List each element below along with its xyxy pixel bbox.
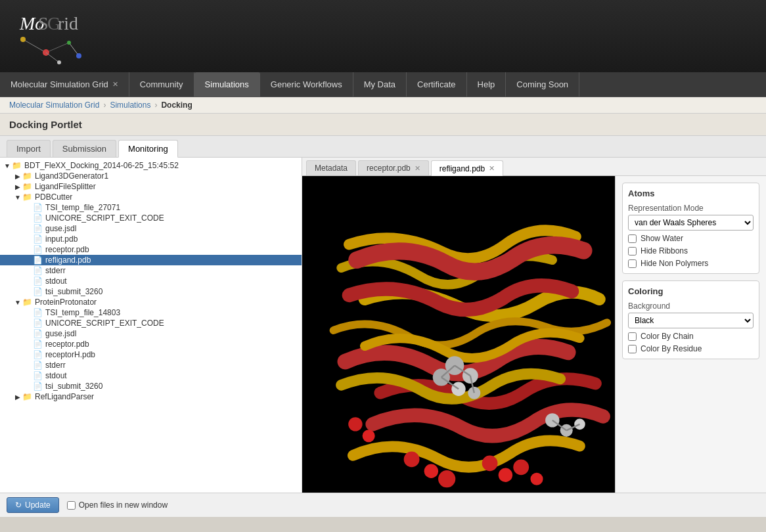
coloring-section-title: Coloring: [628, 286, 754, 296]
breadcrumb-link-simulations[interactable]: Simulations: [110, 100, 150, 110]
tree-item-refligandparser[interactable]: ▶📁RefLigandParser: [0, 391, 302, 402]
top-nav: Mo S G rid: [0, 0, 766, 72]
svg-point-35: [348, 417, 362, 431]
molecule-viewer-area: Atoms Representation Mode van der Waals …: [302, 176, 766, 493]
file-tree-panel: ▼📁BDT_FleXX_Docking_2014-06-25_15:45:52▶…: [0, 158, 302, 493]
menu-help[interactable]: Help: [467, 72, 507, 97]
expand-icon-pdbcutter[interactable]: ▼: [13, 194, 22, 201]
tree-label-receptor-pdb1: receptor.pdb: [45, 245, 89, 254]
tree-label-stdout2: stdout: [45, 371, 67, 380]
tree-label-pdbcutter: PDBCutter: [35, 192, 72, 202]
hide-ribbons-checkbox[interactable]: [628, 247, 637, 255]
tree-label-input-pdb: input.pdb: [45, 234, 78, 244]
tree-item-bdi-header[interactable]: ▼📁BDT_FleXX_Docking_2014-06-25_15:45:52: [0, 160, 302, 171]
viewer-tab-metadata[interactable]: Metadata: [306, 160, 356, 175]
main-content: Import Submission Monitoring ▼📁BDT_FleXX…: [0, 136, 766, 517]
menu-close-icon[interactable]: ✕: [112, 80, 118, 89]
file-icon: 📄: [33, 319, 43, 328]
tree-item-receptor-pdb1[interactable]: 📄receptor.pdb: [0, 244, 302, 255]
tree-label-stdout1: stdout: [45, 277, 67, 286]
tree-label-receptorh-pdb: receptorH.pdb: [45, 350, 95, 359]
svg-line-11: [46, 53, 59, 62]
file-icon: 📄: [33, 203, 43, 212]
tree-item-stdout2[interactable]: 📄stdout: [0, 370, 302, 381]
tree-item-receptor-pdb2[interactable]: 📄receptor.pdb: [0, 339, 302, 349]
hide-ribbons-label: Hide Ribbons: [641, 246, 688, 255]
show-water-checkbox[interactable]: [628, 234, 637, 243]
color-by-residue-checkbox[interactable]: [628, 345, 637, 353]
viewer-tab-refligand[interactable]: refligand.pdb ✕: [431, 160, 503, 176]
tabs: Import Submission Monitoring: [0, 136, 766, 158]
tree-item-tsi-submit2[interactable]: 📄tsi_submit_3260: [0, 381, 302, 391]
menu-generic-workflows[interactable]: Generic Workflows: [260, 72, 353, 97]
tree-item-tsi-temp1[interactable]: 📄TSI_temp_file_27071: [0, 202, 302, 213]
properties-panel: Atoms Representation Mode van der Waals …: [615, 176, 766, 493]
portlet-header: Docking Portlet: [0, 114, 766, 136]
expand-icon-ligand3d[interactable]: ▶: [13, 173, 22, 180]
color-by-chain-checkbox[interactable]: [628, 332, 637, 341]
breadcrumb-link-molecular[interactable]: Molecular Simulation Grid: [9, 100, 99, 110]
svg-point-23: [404, 452, 420, 468]
representation-select[interactable]: van der Waals Spheres Ball and Stick Wir…: [628, 215, 754, 231]
folder-icon: 📁: [22, 392, 32, 401]
menu-certificate[interactable]: Certificate: [407, 72, 467, 97]
expand-icon-refligandparser[interactable]: ▶: [13, 393, 22, 401]
portlet-title: Docking Portlet: [9, 119, 82, 130]
tree-item-unicore1[interactable]: 📄UNICORE_SCRIPT_EXIT_CODE: [0, 213, 302, 223]
tree-item-receptorh-pdb[interactable]: 📄receptorH.pdb: [0, 349, 302, 360]
tree-item-tsi-temp2[interactable]: 📄TSI_temp_file_14803: [0, 307, 302, 318]
tree-item-input-pdb[interactable]: 📄input.pdb: [0, 234, 302, 244]
file-icon: 📄: [33, 340, 43, 349]
tree-item-unicore2[interactable]: 📄UNICORE_SCRIPT_EXIT_CODE: [0, 318, 302, 328]
svg-point-29: [530, 473, 543, 485]
tree-item-pdbcutter[interactable]: ▼📁PDBCutter: [0, 192, 302, 202]
file-tree: ▼📁BDT_FleXX_Docking_2014-06-25_15:45:52▶…: [0, 160, 302, 402]
menu-molecular-sim[interactable]: Molecular Simulation Grid ✕: [0, 72, 129, 97]
hide-non-polymers-checkbox[interactable]: [628, 259, 637, 268]
tree-item-stderr1[interactable]: 📄stderr: [0, 265, 302, 276]
expand-icon-proteinprotonator[interactable]: ▼: [13, 299, 22, 306]
tab-import[interactable]: Import: [7, 140, 51, 157]
tree-item-refligand-pdb[interactable]: 📄refligand.pdb: [0, 255, 302, 265]
tree-item-stderr2[interactable]: 📄stderr: [0, 360, 302, 370]
tree-item-guse1[interactable]: 📄guse.jsdl: [0, 223, 302, 234]
tab-monitoring[interactable]: Monitoring: [118, 140, 178, 158]
menu-my-data[interactable]: My Data: [353, 72, 407, 97]
refligand-tab-close-icon[interactable]: ✕: [489, 164, 495, 173]
viewer-tab-receptor[interactable]: receptor.pdb ✕: [358, 160, 429, 175]
tree-item-proteinprotonator[interactable]: ▼📁ProteinProtonator: [0, 297, 302, 307]
file-icon: 📄: [33, 266, 43, 275]
breadcrumb: Molecular Simulation Grid › Simulations …: [0, 97, 766, 114]
svg-point-32: [574, 419, 585, 430]
menu-community[interactable]: Community: [129, 72, 194, 97]
open-files-label: Open files in new window: [67, 500, 168, 510]
svg-point-36: [363, 430, 375, 442]
tree-item-ligand3d[interactable]: ▶📁Ligand3DGenerator1: [0, 171, 302, 181]
receptor-tab-close-icon[interactable]: ✕: [415, 164, 420, 173]
menu-coming-soon[interactable]: Coming Soon: [506, 72, 579, 97]
background-select[interactable]: Black White Gray: [628, 313, 754, 328]
open-files-checkbox[interactable]: [67, 501, 76, 510]
tab-submission[interactable]: Submission: [53, 140, 116, 157]
menu-simulations[interactable]: Simulations: [194, 72, 260, 97]
logo-area: Mo S G rid: [0, 0, 105, 72]
tree-item-tsi-submit1[interactable]: 📄tsi_submit_3260: [0, 286, 302, 297]
svg-point-7: [20, 37, 26, 42]
bottom-bar: ↻ Update Open files in new window: [0, 493, 766, 517]
svg-point-10: [76, 53, 81, 58]
expand-icon-bdi-header[interactable]: ▼: [3, 162, 12, 169]
tree-item-guse2[interactable]: 📄guse.jsdl: [0, 328, 302, 339]
tree-item-stdout1[interactable]: 📄stdout: [0, 276, 302, 286]
atoms-section: Atoms Representation Mode van der Waals …: [622, 183, 759, 274]
expand-icon-ligandfile[interactable]: ▶: [13, 183, 22, 190]
update-button[interactable]: ↻ Update: [7, 497, 59, 513]
file-icon: 📄: [33, 382, 43, 391]
svg-line-5: [46, 43, 69, 53]
svg-point-9: [67, 41, 71, 45]
tree-item-ligandfile[interactable]: ▶📁LigandFileSplitter: [0, 181, 302, 192]
svg-point-12: [57, 60, 61, 64]
file-icon: 📄: [33, 350, 43, 359]
tree-label-tsi-temp1: TSI_temp_file_27071: [45, 203, 120, 212]
svg-point-25: [438, 470, 455, 487]
folder-icon: 📁: [22, 192, 32, 202]
